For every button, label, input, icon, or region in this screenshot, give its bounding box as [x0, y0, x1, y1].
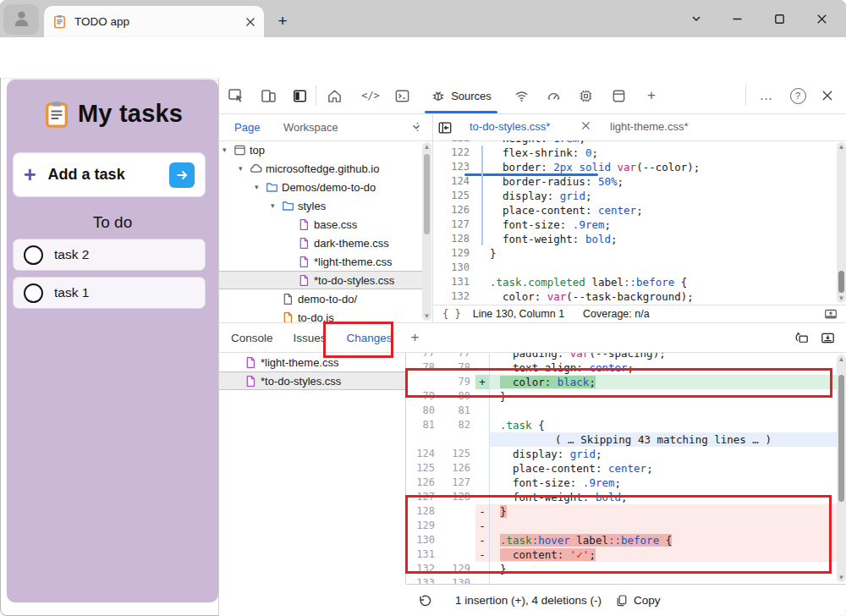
close-devtools-icon[interactable] — [816, 85, 838, 106]
help-icon[interactable]: ? — [787, 85, 809, 106]
tree-item[interactable]: *light-theme.css — [219, 252, 422, 271]
more-tools-plus-icon[interactable]: + — [640, 85, 662, 106]
css-icon — [298, 274, 314, 287]
expand-arrow-icon[interactable]: ▾ — [239, 164, 250, 173]
task-item[interactable]: task 2 — [13, 239, 206, 271]
diff-line-number-after: 79 — [440, 375, 475, 389]
profile-avatar[interactable] — [3, 4, 39, 35]
editor-scrollbar[interactable]: ▲ ▼ — [837, 142, 846, 303]
tab-issues[interactable]: Issues — [294, 332, 327, 344]
tree-item-label: base.css — [314, 218, 357, 231]
navigator-more-icon[interactable]: ⋮ — [412, 120, 423, 133]
diff-row-skip: ( … Skipping 43 matching lines … ) — [406, 432, 837, 447]
task-checkbox[interactable] — [24, 245, 43, 265]
diff-line-number-before: 130 — [406, 533, 440, 547]
memory-tab-icon[interactable] — [574, 85, 596, 106]
performance-tab-icon[interactable] — [542, 85, 564, 106]
diff-line-number-after: 125 — [440, 447, 475, 461]
tree-item[interactable]: dark-theme.css — [219, 234, 422, 252]
changes-file-item[interactable]: *to-do-styles.css — [219, 371, 405, 390]
tab-sources[interactable]: Sources — [425, 78, 497, 113]
commit-icon[interactable] — [823, 306, 838, 322]
add-drawer-tab-icon[interactable]: + — [411, 329, 420, 346]
editor-tab-light-theme[interactable]: light-theme.css* — [610, 120, 688, 133]
tree-item[interactable]: *to-do-styles.css — [219, 271, 422, 289]
browser-tab[interactable]: TODO app — [44, 6, 264, 37]
expand-arrow-icon[interactable]: ▾ — [222, 146, 233, 154]
task-item[interactable]: task 1 — [13, 277, 206, 309]
format-code-icon[interactable]: { } — [442, 308, 461, 320]
diff-view[interactable]: 7777 padding: var(--spacing);7878 text-a… — [406, 353, 837, 584]
close-window-button[interactable] — [809, 7, 834, 30]
collapse-navigator-icon[interactable] — [437, 120, 453, 135]
tree-item-label: Demos/demo-to-do — [282, 181, 376, 194]
copy-button[interactable]: Copy — [634, 594, 661, 607]
tab-page[interactable]: Page — [226, 117, 268, 137]
application-tab-icon[interactable] — [607, 85, 629, 106]
changes-file-item[interactable]: *light-theme.css — [219, 353, 405, 371]
console-tab-icon[interactable] — [391, 85, 413, 106]
tab-changes[interactable]: Changes — [347, 332, 393, 344]
network-tab-icon[interactable] — [510, 85, 532, 106]
tree-item[interactable]: ▾Demos/demo-to-do — [219, 178, 422, 196]
elements-tab-icon[interactable]: </> — [360, 85, 382, 106]
device-emulation-icon[interactable] — [257, 85, 279, 106]
line-number: 125 — [432, 189, 478, 203]
drawer-tabs: Console Issues Changes + — [219, 322, 846, 353]
tree-item[interactable]: demo-to-do/ — [219, 289, 422, 308]
diff-code: font-size: .9rem; — [489, 476, 837, 490]
tree-item[interactable]: to-do.js — [219, 308, 422, 322]
tab-list-chevron-icon[interactable] — [684, 7, 709, 30]
minimize-button[interactable] — [724, 7, 750, 30]
diff-line-number-before: 79 — [406, 389, 440, 404]
diff-line-number-before: 81 — [406, 418, 440, 432]
tree-item[interactable]: ▾top — [219, 140, 422, 159]
copy-icon[interactable] — [615, 594, 629, 608]
editor-tab-to-do-styles[interactable]: to-do-styles.css* — [470, 120, 550, 133]
code-text: font-size: .9rem; — [478, 217, 611, 232]
editor-status-bar: { } Line 130, Column 1 Coverage: n/a — [432, 305, 846, 322]
diff-scrollbar[interactable]: ▲ ▼ — [837, 355, 846, 582]
diff-code — [489, 519, 837, 533]
expand-arrow-icon[interactable]: ▾ — [255, 183, 266, 191]
code-editor[interactable]: 121 height: 1rem;122 flex-shrink: 0;123 … — [432, 140, 837, 305]
diff-marker — [475, 389, 489, 404]
tree-scrollbar[interactable]: ▲ ▼ — [422, 142, 431, 321]
add-task-button[interactable]: + Add a task — [13, 152, 206, 197]
task-checkbox[interactable] — [24, 283, 43, 303]
tree-item-label: microsoftedge.github.io — [266, 162, 379, 175]
expand-arrow-icon[interactable]: ▾ — [271, 201, 282, 210]
todo-list-title: To do — [7, 213, 218, 232]
diff-code: place-content: center; — [489, 461, 837, 476]
line-number: 122 — [432, 146, 478, 160]
diff-code: padding: var(--spacing); — [489, 353, 837, 360]
diff-line-number-before: 132 — [406, 562, 440, 576]
tree-item[interactable]: base.css — [219, 215, 422, 234]
revert-all-changes-icon[interactable] — [789, 330, 815, 346]
code-text: } — [478, 246, 497, 261]
diff-row-same: 133130 — [406, 576, 837, 584]
dock-side-icon[interactable] — [288, 85, 310, 106]
tree-item[interactable]: ▾microsoftedge.github.io — [219, 159, 422, 178]
tree-item-label: *to-do-styles.css — [314, 274, 394, 287]
maximize-button[interactable] — [766, 7, 792, 30]
inspect-element-icon[interactable] — [225, 85, 247, 106]
frame-icon — [233, 144, 250, 157]
tree-item[interactable]: ▾styles — [219, 196, 422, 215]
submit-task-button[interactable] — [169, 162, 195, 188]
tab-workspace[interactable]: Workspace — [278, 117, 426, 137]
devtools-menu-icon[interactable]: … — [755, 85, 777, 106]
close-editor-tab-icon[interactable] — [581, 121, 591, 130]
welcome-home-icon[interactable] — [323, 85, 345, 106]
line-number: 130 — [432, 261, 478, 275]
revert-icon[interactable] — [406, 593, 443, 608]
diff-line-number-before: 126 — [406, 476, 440, 490]
css-icon — [298, 256, 314, 268]
tab-console[interactable]: Console — [231, 332, 273, 344]
new-tab-button[interactable]: + — [271, 9, 294, 33]
browser-window: TODO app + microsoftedge.github.io/Demos… — [0, 0, 846, 616]
diff-marker — [475, 476, 489, 490]
tab-close-icon[interactable] — [245, 17, 255, 27]
code-line: 125 display: grid; — [432, 189, 837, 203]
dock-drawer-icon[interactable] — [815, 330, 840, 346]
